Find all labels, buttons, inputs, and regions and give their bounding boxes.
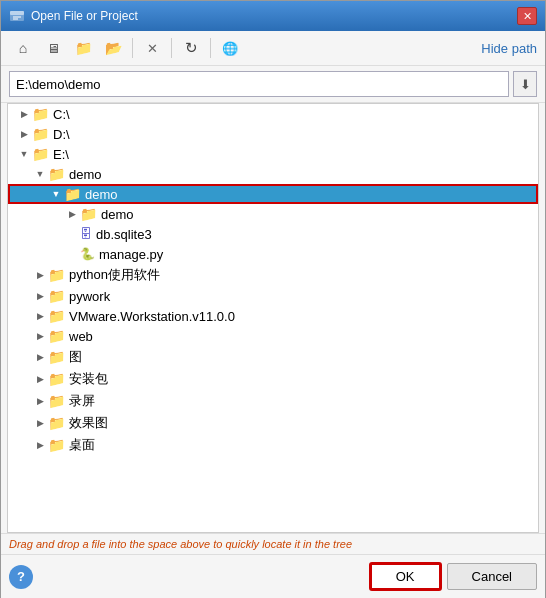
tree-item-label: 效果图 <box>69 414 108 432</box>
hide-path-button[interactable]: Hide path <box>481 41 537 56</box>
tree-row[interactable]: ▶ 📁 D:\ <box>8 124 538 144</box>
folder-arrow-icon: 📂 <box>105 40 122 56</box>
expand-icon: ▶ <box>32 308 48 324</box>
folder-icon: 📁 <box>32 106 49 122</box>
svg-rect-1 <box>10 11 24 15</box>
home-icon: ⌂ <box>19 40 27 56</box>
delete-icon: ✕ <box>147 41 158 56</box>
tree-row[interactable]: 🐍 manage.py <box>8 244 538 264</box>
collapse-icon: ▼ <box>32 166 48 182</box>
status-text: Drag and drop a file into the space abov… <box>9 538 352 550</box>
expand-icon: ▶ <box>32 437 48 453</box>
folder-icon: 📁 <box>48 437 65 453</box>
file-tree[interactable]: ▶ 📁 C:\ ▶ 📁 D:\ ▼ 📁 E:\ ▼ 📁 demo ▼ 📁 dem… <box>7 103 539 533</box>
expand-icon: ▶ <box>32 393 48 409</box>
refresh-icon: ↻ <box>185 39 198 57</box>
toolbar-separator-3 <box>210 38 211 58</box>
status-bar: Drag and drop a file into the space abov… <box>1 533 545 554</box>
download-icon: ⬇ <box>520 77 531 92</box>
tree-row[interactable]: ▶ 📁 pywork <box>8 286 538 306</box>
tree-item-label: demo <box>69 167 102 182</box>
path-input[interactable] <box>9 71 509 97</box>
folder-icon: 📁 <box>48 393 65 409</box>
tree-row-selected[interactable]: ▼ 📁 demo <box>8 184 538 204</box>
expand-icon: ▶ <box>32 288 48 304</box>
window-icon <box>9 8 25 24</box>
folder-icon: 📁 <box>48 288 65 304</box>
tree-item-label: 桌面 <box>69 436 95 454</box>
path-refresh-button[interactable]: ⬇ <box>513 71 537 97</box>
no-expand <box>64 246 80 262</box>
refresh-button[interactable]: ↻ <box>177 35 205 61</box>
path-bar: ⬇ <box>1 66 545 103</box>
expand-icon: ▶ <box>64 206 80 222</box>
home-button[interactable]: ⌂ <box>9 35 37 61</box>
tree-item-label: 安装包 <box>69 370 108 388</box>
dialog-buttons: OK Cancel <box>370 563 537 590</box>
folder-icon: 📁 <box>80 206 97 222</box>
folder-icon: 📁 <box>48 371 65 387</box>
expand-icon: ▶ <box>32 328 48 344</box>
tree-item-label: E:\ <box>53 147 69 162</box>
collapse-icon: ▼ <box>48 186 64 202</box>
network-icon: 🌐 <box>222 41 238 56</box>
expand-icon: ▶ <box>32 371 48 387</box>
tree-row[interactable]: ▶ 📁 C:\ <box>8 104 538 124</box>
folder-icon: 📁 <box>48 415 65 431</box>
folder-arrow-button[interactable]: 📂 <box>99 35 127 61</box>
cancel-button[interactable]: Cancel <box>447 563 537 590</box>
monitor-button[interactable]: 🖥 <box>39 35 67 61</box>
tree-item-label: VMware.Workstation.v11.0.0 <box>69 309 235 324</box>
tree-item-label: demo <box>101 207 134 222</box>
window-title: Open File or Project <box>31 9 138 23</box>
help-button[interactable]: ? <box>9 565 33 589</box>
expand-icon: ▶ <box>32 349 48 365</box>
toolbar-separator-2 <box>171 38 172 58</box>
folder-open-button[interactable]: 📁 <box>69 35 97 61</box>
folder-icon: 📁 <box>48 328 65 344</box>
folder-icon: 📁 <box>48 308 65 324</box>
tree-item-label: pywork <box>69 289 110 304</box>
tree-row[interactable]: ▶ 📁 python使用软件 <box>8 264 538 286</box>
title-bar-left: Open File or Project <box>9 8 138 24</box>
folder-icon: 📁 <box>48 267 65 283</box>
tree-item-label: web <box>69 329 93 344</box>
title-controls: ✕ <box>517 7 537 25</box>
expand-icon: ▶ <box>16 126 32 142</box>
toolbar: ⌂ 🖥 📁 📂 ✕ ↻ <box>1 31 545 66</box>
toolbar-icons: ⌂ 🖥 📁 📂 ✕ ↻ <box>9 35 244 61</box>
close-window-button[interactable]: ✕ <box>517 7 537 25</box>
delete-button[interactable]: ✕ <box>138 35 166 61</box>
folder-icon: 📁 <box>48 166 65 182</box>
tree-row[interactable]: ▶ 📁 安装包 <box>8 368 538 390</box>
tree-row[interactable]: ▶ 📁 录屏 <box>8 390 538 412</box>
db-file-icon: 🗄 <box>80 227 92 241</box>
tree-row[interactable]: ▶ 📁 web <box>8 326 538 346</box>
tree-item-label: D:\ <box>53 127 70 142</box>
tree-item-label: C:\ <box>53 107 70 122</box>
no-expand <box>64 226 80 242</box>
folder-icon: 📁 <box>48 349 65 365</box>
tree-item-label: python使用软件 <box>69 266 160 284</box>
bottom-bar: ? OK Cancel <box>1 554 545 598</box>
folder-open-icon: 📁 <box>75 40 92 56</box>
tree-row[interactable]: ▶ 📁 图 <box>8 346 538 368</box>
expand-icon: ▶ <box>32 267 48 283</box>
tree-row[interactable]: ▶ 📁 效果图 <box>8 412 538 434</box>
tree-row[interactable]: ▶ 📁 桌面 <box>8 434 538 456</box>
dialog-window: Open File or Project ✕ ⌂ 🖥 📁 📂 <box>0 0 546 598</box>
folder-icon: 📁 <box>64 186 81 202</box>
tree-row[interactable]: ▶ 📁 VMware.Workstation.v11.0.0 <box>8 306 538 326</box>
expand-icon: ▶ <box>16 106 32 122</box>
collapse-icon: ▼ <box>16 146 32 162</box>
tree-row[interactable]: ▼ 📁 demo <box>8 164 538 184</box>
monitor-icon: 🖥 <box>47 41 60 56</box>
expand-icon: ▶ <box>32 415 48 431</box>
tree-row[interactable]: ▶ 📁 demo <box>8 204 538 224</box>
tree-item-label: 录屏 <box>69 392 95 410</box>
tree-row[interactable]: 🗄 db.sqlite3 <box>8 224 538 244</box>
network-button[interactable]: 🌐 <box>216 35 244 61</box>
tree-item-label: db.sqlite3 <box>96 227 152 242</box>
tree-row[interactable]: ▼ 📁 E:\ <box>8 144 538 164</box>
ok-button[interactable]: OK <box>370 563 441 590</box>
